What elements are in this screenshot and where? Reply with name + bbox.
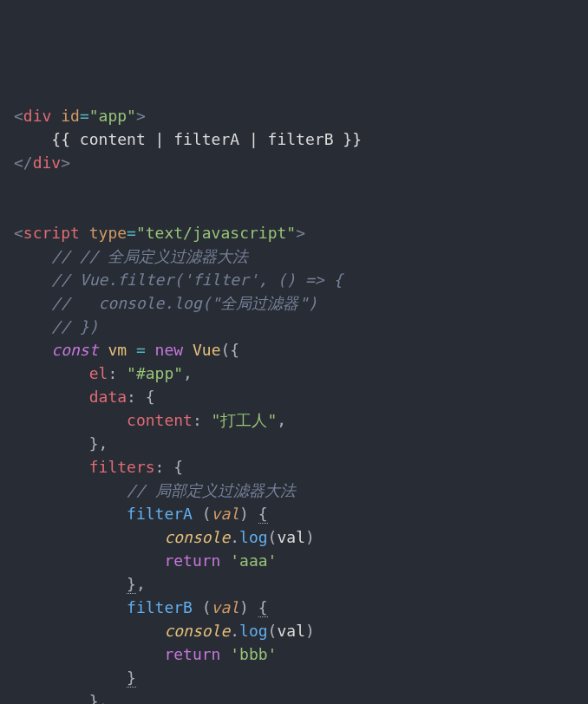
kw-const: const bbox=[51, 341, 98, 359]
comment-line: // // 全局定义过滤器大法 bbox=[51, 247, 248, 265]
angle-close: > bbox=[136, 107, 146, 125]
kw-return: return bbox=[164, 551, 220, 570]
kw-return2: return bbox=[164, 645, 220, 663]
tag-div-close: div bbox=[33, 153, 62, 172]
prop-data: data bbox=[89, 388, 127, 406]
val-elapp: "#app" bbox=[127, 364, 183, 382]
comment-line: // console.log("全局过滤器") bbox=[51, 294, 317, 312]
val-app: "app" bbox=[89, 107, 136, 125]
val-textjs: "text/javascript" bbox=[136, 224, 296, 242]
kw-new: new bbox=[155, 341, 184, 359]
comment-line: // }) bbox=[51, 317, 98, 336]
param-val: val bbox=[212, 505, 240, 523]
str-aaa: 'aaa' bbox=[230, 551, 277, 570]
fn-log: log bbox=[239, 528, 268, 546]
builtin-console2: console bbox=[164, 622, 230, 640]
tag-div: div bbox=[23, 107, 52, 125]
arg-val: val bbox=[277, 528, 305, 546]
str-bbb: 'bbb' bbox=[230, 645, 277, 663]
builtin-console: console bbox=[164, 528, 230, 546]
prop-el: el bbox=[89, 364, 108, 382]
comment-line: // Vue.filter('filter', () => { bbox=[51, 271, 343, 289]
paren-open: ({ bbox=[220, 341, 239, 359]
attr-type: type bbox=[89, 224, 127, 242]
prop-filters: filters bbox=[89, 458, 155, 476]
class-vue: Vue bbox=[193, 341, 221, 359]
template-expression: {{ content | filterA | filterB }} bbox=[51, 130, 362, 148]
angle-open-slash: </ bbox=[14, 153, 33, 172]
param-val2: val bbox=[212, 598, 240, 616]
equals-icon: = bbox=[127, 224, 136, 242]
tag-script: script bbox=[23, 224, 80, 242]
angle-open: < bbox=[14, 107, 23, 125]
op-eq: = bbox=[136, 341, 146, 359]
fn-log2: log bbox=[239, 622, 268, 640]
equals-icon: = bbox=[80, 107, 89, 125]
attr-id: id bbox=[61, 107, 80, 125]
val-content: "打工人" bbox=[212, 411, 278, 429]
fn-filterA: filterA bbox=[127, 505, 193, 523]
var-vm: vm bbox=[108, 341, 127, 359]
angle-close: > bbox=[61, 153, 70, 172]
angle-open: < bbox=[14, 224, 23, 242]
arg-val2: val bbox=[277, 622, 305, 640]
angle-close: > bbox=[296, 224, 305, 242]
comment-line: // 局部定义过滤器大法 bbox=[127, 481, 296, 499]
code-editor[interactable]: <div id="app"> {{ content | filterA | fi… bbox=[14, 104, 574, 704]
prop-content: content bbox=[127, 411, 193, 429]
fn-filterB: filterB bbox=[127, 598, 193, 616]
